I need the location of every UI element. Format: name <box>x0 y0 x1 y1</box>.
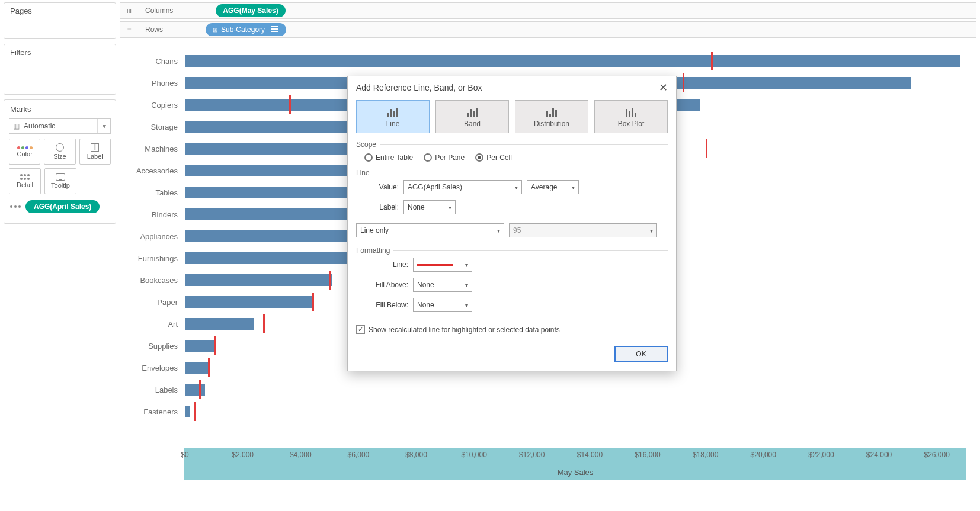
bar[interactable] <box>185 274 332 286</box>
line-format-label: Line: <box>356 261 408 269</box>
scope-per-cell[interactable]: Per Cell <box>475 153 512 162</box>
fill-below-select[interactable]: None▾ <box>413 298 472 312</box>
reference-line <box>683 73 684 92</box>
bar[interactable] <box>185 296 312 308</box>
bar[interactable] <box>185 384 205 396</box>
reference-line <box>208 358 210 377</box>
x-tick: $18,000 <box>693 451 718 459</box>
dialog-title-text: Add Reference Line, Band, or Box <box>356 83 482 92</box>
bar-row <box>185 382 966 397</box>
boxplot-tab-icon <box>626 105 636 117</box>
tooltip-icon <box>56 173 65 181</box>
filters-card: Filters <box>4 44 116 95</box>
x-tick: $16,000 <box>635 451 660 459</box>
value-agg-select[interactable]: Average▾ <box>527 180 579 194</box>
bar[interactable] <box>185 340 214 352</box>
tab-line[interactable]: Line <box>356 100 430 133</box>
reference-line <box>312 293 314 311</box>
tab-distribution-label: Distribution <box>534 120 569 128</box>
detail-pill[interactable]: AGG(April Sales) <box>25 200 100 213</box>
recalc-checkbox[interactable]: ✓ <box>356 325 365 334</box>
scope-entire-table[interactable]: Entire Table <box>364 153 413 162</box>
line-style-select[interactable]: ▾ <box>413 258 472 272</box>
confidence-select: 95▾ <box>509 223 657 237</box>
category-label: Appliances <box>140 232 178 241</box>
category-label: Accessories <box>136 166 178 175</box>
color-icon <box>17 146 33 149</box>
x-tick: $10,000 <box>461 451 486 459</box>
marks-size-button[interactable]: Size <box>44 139 75 165</box>
marks-color-label: Color <box>17 150 33 158</box>
rows-label: Rows <box>145 25 163 34</box>
x-axis-title: May Sales <box>558 468 594 477</box>
category-label: Storage <box>150 123 178 131</box>
x-axis-ticks: $0$2,000$4,000$6,000$8,000$10,000$12,000… <box>185 448 966 462</box>
x-tick: $0 <box>181 451 188 459</box>
category-label: Art <box>168 320 178 329</box>
reference-line <box>194 402 196 421</box>
category-label: Copiers <box>151 101 178 110</box>
x-tick: $6,000 <box>348 451 370 459</box>
distribution-tab-icon <box>546 105 557 117</box>
reference-line <box>711 52 713 70</box>
x-tick: $4,000 <box>290 451 312 459</box>
marks-label-button[interactable]: T Label <box>79 139 111 165</box>
bar[interactable] <box>185 318 254 330</box>
x-tick: $2,000 <box>232 451 254 459</box>
marks-detail-button[interactable]: Detail <box>9 168 41 194</box>
marks-color-button[interactable]: Color <box>9 139 40 165</box>
dropdown-icon[interactable]: ▾ <box>97 119 110 133</box>
x-tick: $26,000 <box>924 451 949 459</box>
label-select[interactable]: None▾ <box>403 200 456 214</box>
marks-type-select[interactable]: ▥ Automatic ▾ <box>9 118 111 134</box>
reference-line-dialog: Add Reference Line, Band, or Box ✕ Line … <box>347 76 677 371</box>
marks-detail-row[interactable]: AGG(April Sales) <box>4 198 116 219</box>
sort-desc-icon <box>271 26 279 33</box>
reference-line <box>289 95 291 114</box>
columns-pill[interactable]: AGG(May Sales) <box>216 4 285 17</box>
label-icon: T <box>91 143 99 152</box>
x-tick: $20,000 <box>751 451 776 459</box>
close-icon[interactable]: ✕ <box>659 82 668 93</box>
lineonly-select[interactable]: Line only▾ <box>356 223 504 237</box>
detail-pill-text: AGG(April Sales) <box>34 203 91 211</box>
band-tab-icon <box>467 105 478 117</box>
bar[interactable] <box>185 362 208 374</box>
ok-button[interactable]: OK <box>614 346 668 362</box>
fill-below-label: Fill Below: <box>356 301 408 309</box>
tab-band[interactable]: Band <box>435 100 509 133</box>
columns-shelf[interactable]: iii Columns AGG(May Sales) <box>120 2 976 19</box>
category-label: Binders <box>152 210 178 219</box>
category-label: Supplies <box>148 342 178 351</box>
columns-icon: iii <box>125 7 133 15</box>
rows-shelf[interactable]: ≡ Rows ⊞ Sub-Category <box>120 21 976 38</box>
category-label: Furnishings <box>138 254 178 263</box>
pages-card: Pages <box>4 2 116 39</box>
category-label: Fasteners <box>143 407 178 416</box>
category-label: Machines <box>145 144 178 153</box>
rows-pill-text: Sub-Category <box>221 25 265 34</box>
fill-above-select[interactable]: None▾ <box>413 278 472 292</box>
rows-pill[interactable]: ⊞ Sub-Category <box>206 23 286 36</box>
reference-line <box>329 271 331 290</box>
tab-boxplot-label: Box Plot <box>618 120 645 128</box>
bar[interactable] <box>185 252 373 264</box>
x-tick: $8,000 <box>405 451 427 459</box>
size-icon <box>56 143 64 152</box>
value-field-select[interactable]: AGG(April Sales)▾ <box>403 180 522 194</box>
columns-pill-text: AGG(May Sales) <box>223 7 278 15</box>
bar[interactable] <box>185 406 190 417</box>
line-swatch-icon <box>417 264 453 266</box>
scope-per-pane[interactable]: Per Pane <box>424 153 465 162</box>
line-tab-icon <box>387 105 398 117</box>
tab-distribution[interactable]: Distribution <box>515 100 588 133</box>
detail-dots-icon <box>10 205 21 208</box>
tab-line-label: Line <box>386 120 400 128</box>
x-tick: $12,000 <box>519 451 545 459</box>
bar[interactable] <box>185 55 960 67</box>
tab-boxplot[interactable]: Box Plot <box>594 100 668 133</box>
marks-tooltip-button[interactable]: Tooltip <box>44 168 76 194</box>
marks-type-value: Automatic <box>23 122 97 130</box>
category-label: Tables <box>155 188 178 197</box>
marks-size-label: Size <box>53 153 66 160</box>
